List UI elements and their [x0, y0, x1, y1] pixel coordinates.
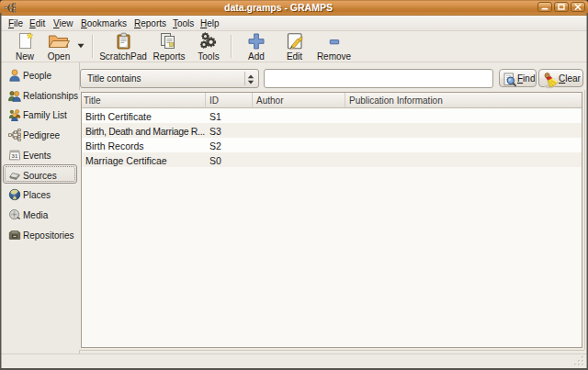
- svg-text:31: 31: [12, 152, 18, 159]
